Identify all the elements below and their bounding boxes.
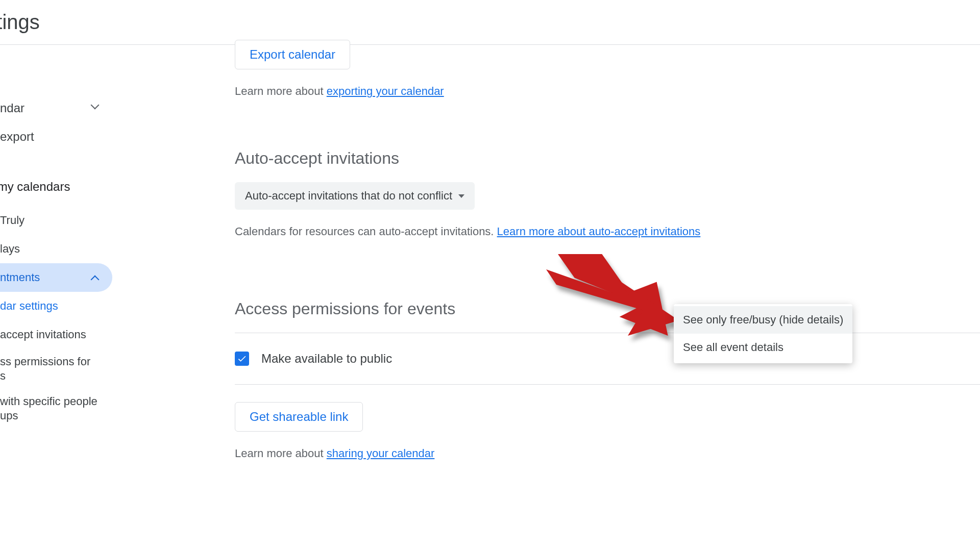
sidebar-item-share-specific[interactable]: with specific people ups [0, 389, 112, 429]
auto-accept-select[interactable]: Auto-accept invitations that do not conf… [235, 182, 475, 210]
export-help-link[interactable]: exporting your calendar [327, 85, 444, 97]
sidebar-label: s [0, 369, 6, 383]
access-heading: Access permissions for events [235, 299, 980, 318]
auto-accept-heading: Auto-accept invitations [235, 149, 980, 168]
sidebar-label: lays [0, 242, 20, 256]
chevron-up-icon [92, 273, 100, 282]
get-shareable-link-button[interactable]: Get shareable link [235, 402, 363, 432]
check-icon [237, 354, 247, 364]
divider [235, 333, 980, 333]
sidebar-item-export[interactable]: export [0, 122, 112, 151]
auto-accept-help-link[interactable]: Learn more about auto-accept invitations [497, 225, 701, 238]
sharing-helper: Learn more about sharing your calendar [235, 447, 980, 460]
sidebar-item-truly[interactable]: Truly [0, 206, 112, 235]
sidebar-item-calendar[interactable]: ndar [0, 94, 112, 122]
auto-accept-section: Auto-accept invitations Auto-accept invi… [235, 149, 980, 238]
export-helper: Learn more about exporting your calendar [235, 85, 980, 98]
public-checkbox-row: Make available to public [235, 352, 980, 385]
public-checkbox-label: Make available to public [261, 352, 392, 366]
dropdown-option-free-busy[interactable]: See only free/busy (hide details) [674, 306, 852, 334]
dropdown-triangle-icon [458, 194, 464, 198]
settings-header: ettings [0, 0, 980, 45]
sidebar-label: with specific people [0, 395, 97, 408]
sidebar-label: ss permissions for [0, 355, 90, 368]
dropdown-option-all-details[interactable]: See all event details [674, 334, 852, 361]
page-title: ettings [0, 11, 40, 34]
sidebar-label: Truly [0, 214, 24, 227]
sidebar-label: ups [0, 409, 18, 422]
public-checkbox[interactable] [235, 352, 249, 366]
sidebar-item-accept-invitations[interactable]: accept invitations [0, 320, 112, 349]
select-value: Auto-accept invitations that do not conf… [245, 189, 452, 203]
access-permissions-section: Access permissions for events Make avail… [235, 299, 980, 460]
chevron-down-icon [92, 104, 100, 112]
settings-main: Export calendar Learn more about exporti… [112, 45, 980, 551]
visibility-dropdown-menu: See only free/busy (hide details) See al… [674, 304, 852, 363]
auto-accept-helper: Calendars for resources can auto-accept … [235, 225, 980, 238]
sidebar-label: accept invitations [0, 328, 86, 341]
sidebar-label: export [0, 130, 34, 144]
helper-text: Calendars for resources can auto-accept … [235, 225, 497, 238]
sidebar-item-calendar-settings[interactable]: dar settings [0, 292, 112, 320]
sidebar-label: ndar [0, 101, 24, 115]
sidebar-section-my-calendars: for my calendars [0, 180, 112, 194]
sidebar-label: dar settings [0, 299, 58, 313]
settings-sidebar: ndar export for my calendars Truly lays … [0, 45, 112, 551]
export-calendar-button[interactable]: Export calendar [235, 40, 350, 69]
sharing-help-link[interactable]: sharing your calendar [327, 447, 435, 460]
sidebar-item-days[interactable]: lays [0, 235, 112, 263]
sidebar-label: ntments [0, 271, 40, 284]
sidebar-item-access-permissions[interactable]: ss permissions for s [0, 349, 112, 389]
helper-text: Learn more about [235, 447, 327, 460]
sidebar-item-appointments[interactable]: ntments [0, 263, 112, 292]
helper-text: Learn more about [235, 85, 327, 97]
